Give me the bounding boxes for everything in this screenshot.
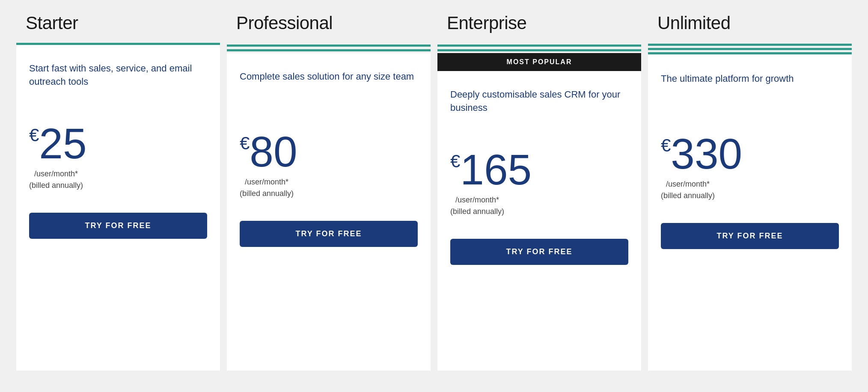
plan-card-professional: Complete sales solution for any size tea…: [227, 53, 431, 371]
most-popular-badge: MOST POPULAR: [437, 53, 641, 71]
accent-bar-professional: [227, 43, 431, 53]
try-button-starter[interactable]: TRY FOR FREE: [29, 213, 207, 239]
try-button-enterprise[interactable]: TRY FOR FREE: [450, 239, 628, 265]
price-number-enterprise: 165: [460, 148, 532, 191]
price-billing-starter: /user/month*(billed annually): [29, 168, 83, 191]
plan-title-professional: Professional: [236, 13, 333, 33]
accent-bar-enterprise: [437, 43, 641, 53]
price-section-enterprise: € 165 /user/month*(billed annually): [450, 148, 628, 217]
plan-card-unlimited: The ultimate platform for growth € 330 /…: [648, 55, 852, 371]
plan-title-unlimited: Unlimited: [657, 13, 731, 33]
accent-line-2: [437, 49, 641, 51]
currency-professional: €: [240, 134, 250, 152]
price-section-starter: € 25 /user/month*(billed annually): [29, 122, 207, 191]
currency-unlimited: €: [661, 137, 671, 154]
plan-card-enterprise: Deeply customisable sales CRM for your b…: [437, 71, 641, 371]
plan-header-unlimited: Unlimited: [645, 0, 855, 43]
plan-card-starter: Start fast with sales, service, and emai…: [16, 45, 220, 371]
price-number-unlimited: 330: [671, 132, 742, 175]
accent-line-3: [648, 52, 852, 54]
accent-line-1: [648, 44, 852, 46]
currency-starter: €: [29, 126, 39, 144]
plan-description-enterprise: Deeply customisable sales CRM for your b…: [450, 88, 628, 131]
price-billing-unlimited: /user/month*(billed annually): [661, 178, 715, 202]
plan-description-starter: Start fast with sales, service, and emai…: [29, 62, 207, 105]
accent-line-2: [227, 49, 431, 51]
plan-header-professional: Professional: [223, 0, 434, 43]
price-number-professional: 80: [250, 130, 297, 173]
plan-description-professional: Complete sales solution for any size tea…: [240, 70, 418, 113]
plan-column-enterprise: Enterprise MOST POPULAR Deeply customisa…: [434, 0, 645, 371]
pricing-section: Starter Start fast with sales, service, …: [0, 0, 868, 371]
price-amount-unlimited: € 330: [661, 132, 742, 175]
accent-line-2: [648, 48, 852, 50]
plan-column-professional: Professional Complete sales solution for…: [223, 0, 434, 371]
accent-line-1: [437, 45, 641, 47]
plan-title-starter: Starter: [26, 13, 78, 33]
try-button-unlimited[interactable]: TRY FOR FREE: [661, 223, 839, 249]
price-section-unlimited: € 330 /user/month*(billed annually): [661, 132, 839, 202]
price-section-professional: € 80 /user/month*(billed annually): [240, 130, 418, 199]
accent-bar-unlimited: [648, 43, 852, 55]
currency-enterprise: €: [450, 152, 460, 170]
accent-line-1: [227, 45, 431, 47]
plan-description-unlimited: The ultimate platform for growth: [661, 72, 839, 115]
price-billing-enterprise: /user/month*(billed annually): [450, 194, 504, 217]
plan-header-starter: Starter: [13, 0, 223, 43]
plan-title-enterprise: Enterprise: [447, 13, 526, 33]
price-amount-starter: € 25: [29, 122, 87, 165]
price-billing-professional: /user/month*(billed annually): [240, 176, 294, 199]
plan-header-enterprise: Enterprise: [434, 0, 645, 43]
price-amount-professional: € 80: [240, 130, 297, 173]
price-number-starter: 25: [39, 122, 86, 165]
plan-column-unlimited: Unlimited The ultimate platform for grow…: [645, 0, 855, 371]
price-amount-enterprise: € 165: [450, 148, 532, 191]
try-button-professional[interactable]: TRY FOR FREE: [240, 221, 418, 247]
plan-column-starter: Starter Start fast with sales, service, …: [13, 0, 223, 371]
